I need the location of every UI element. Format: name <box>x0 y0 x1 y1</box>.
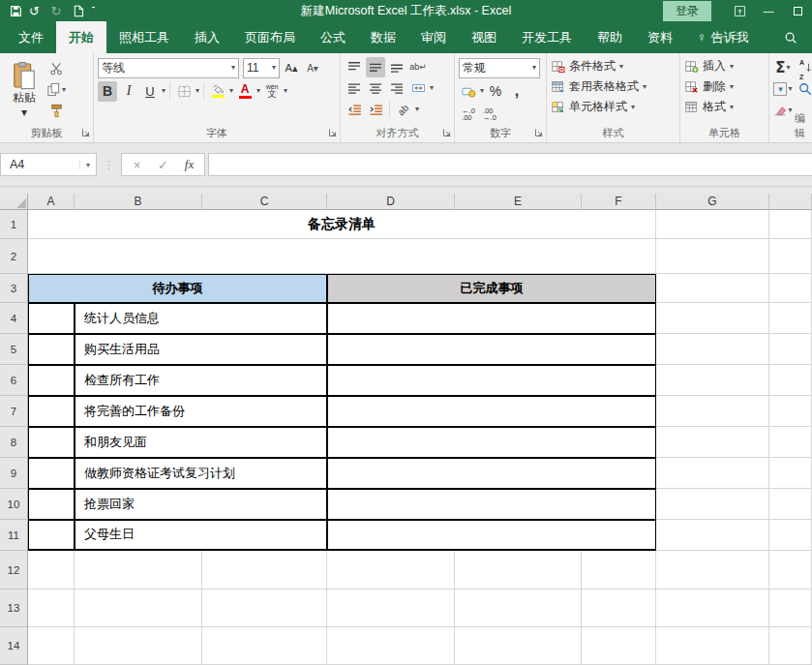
empty-cell[interactable] <box>769 396 812 427</box>
column-header-A[interactable]: A <box>28 194 75 210</box>
empty-cell[interactable] <box>656 396 769 427</box>
task-cell[interactable]: 和朋友见面 <box>75 427 327 458</box>
empty-cell[interactable] <box>656 458 769 489</box>
done-cell[interactable] <box>327 303 656 334</box>
align-left-button[interactable] <box>345 78 364 99</box>
spacer-cell[interactable] <box>28 458 75 489</box>
phonetic-dropdown-icon[interactable]: ▾ <box>284 87 287 95</box>
row-header[interactable]: 7 <box>0 396 28 427</box>
wrap-text-button[interactable]: ab↵ <box>408 57 428 77</box>
row-header[interactable]: 13 <box>0 589 28 627</box>
grow-font-button[interactable]: A▴ <box>282 58 301 78</box>
tab-data[interactable]: 数据 <box>358 21 408 53</box>
bottom-align-button[interactable] <box>387 57 406 77</box>
save-button[interactable] <box>7 1 25 20</box>
empty-cell[interactable] <box>769 551 812 589</box>
accounting-format-button[interactable] <box>459 81 478 102</box>
bold-button[interactable]: B <box>98 81 117 102</box>
done-header-cell[interactable]: 已完成事项 <box>327 274 656 303</box>
underline-button[interactable]: U <box>140 81 160 102</box>
decrease-indent-button[interactable] <box>345 100 364 120</box>
maximize-button[interactable] <box>783 0 812 21</box>
done-cell[interactable] <box>327 520 656 551</box>
top-align-button[interactable] <box>345 57 364 77</box>
name-box-dropdown-icon[interactable]: ▾ <box>79 161 96 169</box>
find-select-button[interactable]: ▾ <box>798 78 812 99</box>
number-dialog-launcher[interactable] <box>534 126 544 140</box>
task-cell[interactable]: 抢票回家 <box>75 489 327 520</box>
empty-cell[interactable] <box>656 303 769 334</box>
column-header-partial[interactable] <box>769 194 812 210</box>
spacer-cell[interactable] <box>28 303 75 334</box>
sort-filter-button[interactable]: ▾ <box>798 57 812 77</box>
spacer-cell[interactable] <box>28 489 75 520</box>
column-header-B[interactable]: B <box>75 194 202 210</box>
empty-cell[interactable] <box>656 334 769 365</box>
tab-review[interactable]: 审阅 <box>408 21 459 53</box>
empty-cell[interactable] <box>656 365 769 396</box>
empty-cell[interactable] <box>656 239 769 274</box>
select-all-corner[interactable] <box>0 194 28 210</box>
cancel-button[interactable]: × <box>124 158 150 172</box>
empty-cell[interactable] <box>327 551 455 589</box>
row-header[interactable]: 3 <box>0 274 28 303</box>
todo-header-cell[interactable]: 待办事项 <box>28 274 327 303</box>
empty-cell[interactable] <box>582 551 656 589</box>
tab-camera-tools[interactable]: 照相工具 <box>106 21 182 53</box>
ribbon-display-options-button[interactable] <box>725 0 754 21</box>
tell-me-box[interactable]: ♀ 告诉我 <box>685 21 761 53</box>
spacer-cell[interactable] <box>28 520 75 551</box>
font-color-button[interactable]: A <box>235 81 255 102</box>
empty-cell[interactable] <box>656 489 769 520</box>
new-file-button[interactable] <box>70 1 87 20</box>
column-header-G[interactable]: G <box>656 194 769 210</box>
font-dialog-launcher[interactable] <box>328 126 338 140</box>
tab-home[interactable]: 开始 <box>56 21 106 53</box>
empty-cell[interactable] <box>769 274 812 303</box>
done-cell[interactable] <box>327 365 656 396</box>
customize-qat-button[interactable]: ▾ <box>88 1 99 20</box>
row-header[interactable]: 9 <box>0 458 28 489</box>
alignment-dialog-launcher[interactable] <box>442 126 452 140</box>
empty-cell[interactable] <box>455 627 582 665</box>
task-cell[interactable]: 将完善的工作备份 <box>75 396 327 427</box>
empty-cell[interactable] <box>656 551 769 589</box>
column-header-C[interactable]: C <box>202 194 327 210</box>
format-painter-button[interactable] <box>46 101 66 121</box>
paste-button[interactable]: 粘贴 ▾ <box>4 56 45 120</box>
enter-button[interactable]: ✓ <box>150 158 176 172</box>
empty-cell[interactable] <box>656 274 769 303</box>
empty-cell[interactable] <box>202 551 327 589</box>
minimize-button[interactable]: — <box>754 0 783 21</box>
empty-cell[interactable] <box>327 627 455 665</box>
empty-cell[interactable] <box>769 239 812 274</box>
empty-cell[interactable] <box>769 489 812 520</box>
row-header[interactable]: 8 <box>0 427 28 458</box>
insert-cells-button[interactable]: 插入 ▾ <box>684 56 765 76</box>
spacer-cell[interactable] <box>28 427 75 458</box>
format-as-table-button[interactable]: 套用表格格式 ▾ <box>551 76 676 97</box>
delete-cells-button[interactable]: 删除 ▾ <box>684 76 765 97</box>
borders-button[interactable] <box>174 81 194 102</box>
spacer-cell[interactable] <box>28 365 75 396</box>
tab-insert[interactable]: 插入 <box>182 21 232 53</box>
font-size-select[interactable]: 11▾ <box>243 58 280 78</box>
empty-cell[interactable] <box>455 589 582 627</box>
formula-input[interactable] <box>208 153 812 176</box>
row-header[interactable]: 11 <box>0 520 28 551</box>
row-header[interactable]: 5 <box>0 334 28 365</box>
tab-ziliao[interactable]: 资料 <box>635 21 685 53</box>
tab-developer[interactable]: 开发工具 <box>509 21 585 53</box>
empty-cell[interactable] <box>656 427 769 458</box>
orientation-button[interactable]: ab <box>394 100 413 120</box>
tab-formulas[interactable]: 公式 <box>308 21 358 53</box>
empty-cell[interactable] <box>75 551 202 589</box>
increase-indent-button[interactable] <box>366 100 385 120</box>
underline-dropdown-icon[interactable]: ▾ <box>162 87 165 95</box>
decrease-decimal-button[interactable] <box>480 105 499 125</box>
empty-cell[interactable] <box>769 520 812 551</box>
italic-button[interactable]: I <box>119 81 138 102</box>
column-header-D[interactable]: D <box>327 194 455 210</box>
done-cell[interactable] <box>327 396 656 427</box>
task-cell[interactable]: 检查所有工作 <box>75 365 327 396</box>
